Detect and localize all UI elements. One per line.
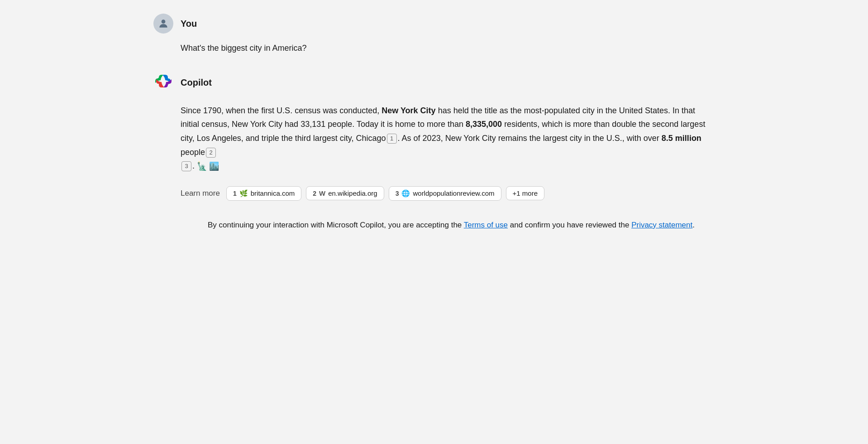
- source-num-2: 2: [313, 190, 316, 197]
- response-paragraph: Since 1790, when the first U.S. census w…: [181, 104, 715, 174]
- source-num-3: 3: [396, 190, 399, 197]
- world-icon: 🌐: [401, 189, 410, 198]
- user-message: What's the biggest city in America?: [181, 42, 715, 55]
- source-domain-2: en.wikipedia.org: [328, 189, 377, 197]
- user-header: You: [153, 14, 715, 34]
- emoji-statue: 🗽: [197, 162, 207, 171]
- source-chip-1[interactable]: 1 🌿 britannica.com: [226, 186, 301, 201]
- britannica-icon: 🌿: [239, 189, 248, 198]
- bold-population: 8,335,000: [466, 120, 502, 129]
- copilot-logo-icon: [153, 73, 173, 93]
- citation-2[interactable]: 2: [206, 148, 216, 158]
- disclaimer-text-middle: and confirm you have reviewed the: [508, 221, 631, 229]
- source-chip-3[interactable]: 3 🌐 worldpopulationreview.com: [389, 186, 501, 201]
- svg-point-0: [162, 19, 166, 24]
- copilot-name: Copilot: [181, 77, 212, 88]
- learn-more-section: Learn more 1 🌿 britannica.com 2 W en.wik…: [181, 186, 715, 201]
- bold-nyc: New York City: [382, 106, 435, 115]
- learn-more-label: Learn more: [181, 189, 220, 198]
- user-section: You What's the biggest city in America?: [153, 14, 715, 55]
- disclaimer: By continuing your interaction with Micr…: [208, 219, 715, 232]
- privacy-statement-link[interactable]: Privacy statement: [631, 221, 692, 229]
- source-num-1: 1: [233, 190, 237, 197]
- disclaimer-text-before: By continuing your interaction with Micr…: [208, 221, 464, 229]
- copilot-header: Copilot: [153, 73, 715, 93]
- terms-of-use-link[interactable]: Terms of use: [464, 221, 508, 229]
- copilot-section: Copilot Since 1790, when the first U.S. …: [153, 73, 715, 232]
- source-chip-2[interactable]: 2 W en.wikipedia.org: [306, 186, 384, 200]
- wikipedia-icon: W: [319, 189, 325, 197]
- avatar: [153, 14, 173, 34]
- disclaimer-text-after: .: [692, 221, 695, 229]
- citation-3[interactable]: 3: [181, 161, 191, 171]
- source-domain-1: britannica.com: [251, 189, 295, 197]
- user-name: You: [181, 19, 197, 29]
- more-sources-button[interactable]: +1 more: [506, 186, 544, 200]
- emoji-city: 🏙️: [209, 162, 219, 171]
- svg-point-1: [161, 79, 166, 83]
- citation-1[interactable]: 1: [387, 134, 397, 144]
- copilot-response: Since 1790, when the first U.S. census w…: [181, 104, 715, 232]
- bold-8-5-million: 8.5 million: [662, 134, 701, 143]
- source-domain-3: worldpopulationreview.com: [413, 189, 494, 197]
